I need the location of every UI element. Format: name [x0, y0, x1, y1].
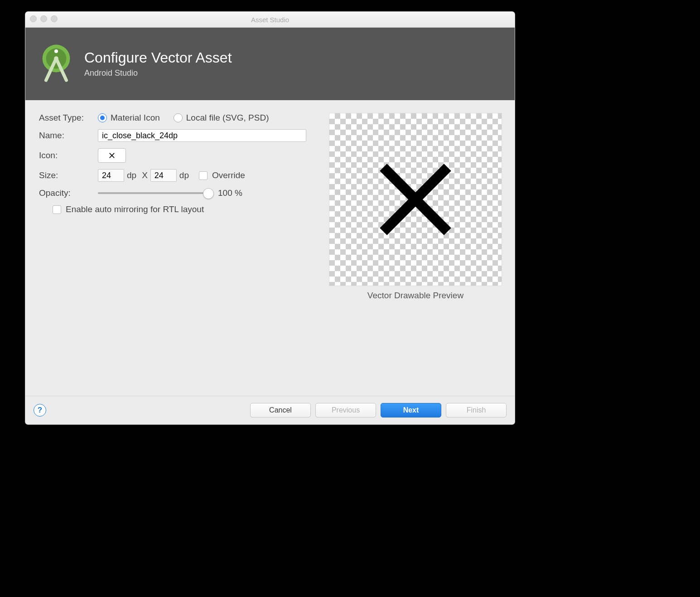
close-icon — [107, 151, 116, 160]
banner: Configure Vector Asset Android Studio — [25, 28, 515, 100]
size-width-input[interactable] — [98, 169, 124, 182]
rtl-checkbox[interactable] — [53, 205, 61, 214]
dp-label-1: dp — [127, 170, 136, 180]
name-input[interactable] — [98, 129, 306, 142]
svg-point-2 — [54, 49, 58, 53]
opacity-slider[interactable] — [98, 192, 209, 194]
size-label: Size: — [39, 170, 98, 180]
icon-label: Icon: — [39, 150, 98, 160]
asset-type-label: Asset Type: — [39, 113, 98, 123]
opacity-label: Opacity: — [39, 188, 98, 198]
window-close-button[interactable] — [30, 15, 37, 22]
help-button[interactable]: ? — [34, 404, 46, 417]
next-button[interactable]: Next — [381, 403, 441, 417]
window-zoom-button[interactable] — [51, 15, 58, 22]
form-column: Asset Type: Material Icon Local file (SV… — [39, 113, 311, 301]
banner-title: Configure Vector Asset — [84, 50, 232, 66]
preview-label: Vector Drawable Preview — [329, 291, 502, 301]
preview-canvas — [329, 113, 502, 286]
asset-studio-window: Asset Studio Configure Vector Asset Andr… — [25, 11, 515, 425]
traffic-lights — [30, 15, 58, 22]
radio-local-label: Local file (SVG, PSD) — [186, 113, 269, 123]
cancel-button[interactable]: Cancel — [250, 403, 311, 417]
radio-material-icon[interactable] — [98, 113, 107, 122]
radio-material-label: Material Icon — [111, 113, 160, 123]
size-height-input[interactable] — [150, 169, 177, 182]
override-checkbox[interactable] — [199, 171, 208, 180]
window-minimize-button[interactable] — [40, 15, 47, 22]
svg-point-3 — [54, 56, 58, 61]
dp-label-2: dp — [179, 170, 189, 180]
radio-local-file[interactable] — [174, 113, 183, 122]
close-icon-large — [354, 138, 477, 261]
finish-button[interactable]: Finish — [446, 403, 507, 417]
titlebar: Asset Studio — [25, 12, 515, 28]
preview-column: Vector Drawable Preview — [329, 113, 502, 301]
name-label: Name: — [39, 131, 98, 141]
previous-button[interactable]: Previous — [315, 403, 376, 417]
opacity-value: 100 % — [218, 188, 242, 198]
footer: ? Cancel Previous Next Finish — [25, 396, 515, 424]
rtl-label: Enable auto mirroring for RTL layout — [66, 204, 204, 214]
icon-picker-button[interactable] — [98, 148, 126, 163]
x-label: X — [142, 170, 148, 180]
banner-subtitle: Android Studio — [84, 68, 232, 78]
android-studio-icon — [38, 41, 74, 87]
override-label: Override — [212, 170, 245, 180]
window-title: Asset Studio — [25, 16, 515, 24]
